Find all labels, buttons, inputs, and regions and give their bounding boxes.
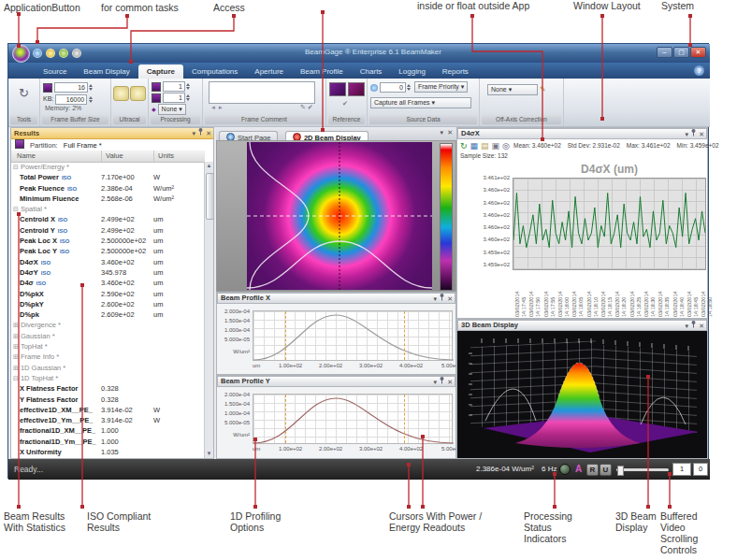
table-row[interactable]: Minimum Fluence 2.568e-06 W/um² bbox=[11, 194, 205, 204]
table-row[interactable]: Centroid YISO 2.499e+02 um bbox=[11, 225, 205, 236]
toolbar-icon-2[interactable] bbox=[46, 49, 55, 58]
summing-stepper[interactable] bbox=[185, 92, 192, 104]
tab-charts[interactable]: Charts bbox=[352, 65, 391, 79]
frames-input[interactable]: 16 bbox=[54, 82, 88, 93]
minimize-button[interactable]: – bbox=[657, 47, 672, 58]
profile-y-plot[interactable] bbox=[253, 394, 453, 444]
column-units[interactable]: Units bbox=[153, 151, 174, 162]
group-label-frame-buffer[interactable]: Frame Buffer Size bbox=[42, 115, 108, 124]
beam-profile-y-header[interactable]: Beam Profile Y ▾ ✕ bbox=[217, 376, 455, 387]
close-button[interactable]: ✕ bbox=[690, 47, 706, 58]
group-label-processing[interactable]: Processing bbox=[151, 115, 200, 124]
profile-x-plot[interactable] bbox=[253, 310, 453, 361]
3d-beam-render[interactable] bbox=[457, 331, 707, 458]
indicator-r[interactable]: R bbox=[586, 464, 599, 476]
table-row[interactable]: D4σYISO 345.978 um bbox=[11, 267, 205, 278]
table-row[interactable]: effective1D_XM__PE_ 3.914e-02 W bbox=[11, 405, 205, 415]
results-section-collapsed[interactable]: ⊞Divergence * bbox=[11, 320, 205, 330]
scroll-down-icon[interactable]: ▼ bbox=[205, 450, 213, 458]
edit-comment-icon[interactable]: ✎ bbox=[300, 104, 306, 110]
tab-computations[interactable]: Computations bbox=[183, 65, 246, 79]
application-button[interactable] bbox=[12, 45, 30, 63]
cursor-line-right[interactable] bbox=[404, 395, 405, 443]
tab-source[interactable]: Source bbox=[35, 65, 75, 79]
scroll-up-icon[interactable]: ▲ bbox=[205, 162, 213, 170]
group-label-source-data[interactable]: Source Data bbox=[369, 115, 477, 124]
column-name[interactable]: Name bbox=[17, 151, 36, 162]
beam-profile-x-header[interactable]: Beam Profile X ▾ ✕ bbox=[217, 293, 455, 304]
frame-number-stepper[interactable]: 1 bbox=[672, 463, 691, 476]
print-icon[interactable]: ▣ bbox=[492, 141, 500, 151]
reference-thumb-icon[interactable] bbox=[329, 82, 346, 96]
chevron-down-icon[interactable]: ▾ bbox=[434, 294, 438, 304]
magnifier-icon[interactable]: ◎ bbox=[502, 141, 510, 151]
color-scale-bar[interactable] bbox=[440, 143, 453, 291]
pin-icon[interactable] bbox=[440, 377, 444, 384]
d4-trend-plot[interactable] bbox=[513, 178, 706, 270]
help-icon[interactable]: ? bbox=[694, 65, 704, 76]
tab-beam-display[interactable]: Beam Display bbox=[75, 65, 137, 79]
pin-icon[interactable] bbox=[198, 128, 203, 136]
frame-priority-dropdown[interactable]: Frame Priority ▾ bbox=[414, 81, 468, 93]
frame-offset-stepper[interactable]: 0 bbox=[693, 463, 708, 476]
close-icon[interactable]: ✕ bbox=[206, 128, 211, 138]
table-row[interactable]: D%pkY 2.600e+02 um bbox=[11, 299, 205, 309]
table-row[interactable]: Peak FluenceISO 2.386e-04 W/um² bbox=[11, 183, 205, 194]
group-label-reference[interactable]: Reference bbox=[328, 115, 365, 124]
table-row[interactable]: D4σXISO 3.460e+02 um bbox=[11, 257, 205, 267]
table-row[interactable]: X Flatness Factor 0.328 bbox=[11, 383, 205, 394]
summing-input[interactable]: 1 bbox=[163, 93, 185, 103]
indicator-u[interactable]: U bbox=[600, 464, 612, 476]
table-row[interactable]: fractional1D_XM__PE_ 1.000 bbox=[11, 425, 205, 436]
collapse-icon[interactable]: ⊟ bbox=[13, 206, 19, 212]
cursor-line-left[interactable] bbox=[285, 395, 286, 443]
d4sigma-x-header[interactable]: D4σX ▾ ✕ bbox=[457, 128, 707, 139]
pin-icon[interactable] bbox=[691, 321, 696, 328]
cursor-line-right[interactable] bbox=[404, 311, 405, 360]
frame-count-stepper[interactable] bbox=[406, 81, 412, 93]
frame-scroll-slider[interactable] bbox=[616, 468, 669, 471]
partition-selector[interactable]: Partition: Full Frame * bbox=[11, 139, 213, 151]
prev-frame-icon[interactable]: ◄ bbox=[210, 105, 216, 110]
reference-curve-icon[interactable] bbox=[348, 82, 365, 96]
close-icon[interactable]: ✕ bbox=[447, 377, 453, 387]
cursor-line-left[interactable] bbox=[285, 311, 286, 360]
tab-beam-profile[interactable]: Beam Profile bbox=[292, 65, 352, 79]
toolbar-icon-1[interactable] bbox=[33, 49, 42, 58]
capture-mode-dropdown[interactable]: Capture all Frames ▾ bbox=[370, 97, 471, 108]
off-axis-edit-icon[interactable]: ✎ bbox=[540, 85, 546, 93]
chart-icon[interactable]: ▦ bbox=[470, 141, 479, 151]
group-label-tools[interactable]: Tools bbox=[10, 115, 37, 124]
beam-image[interactable] bbox=[247, 142, 432, 290]
pin-icon[interactable] bbox=[691, 129, 696, 136]
kb-input[interactable]: 16000 bbox=[55, 94, 87, 105]
grid-icon[interactable]: ▤ bbox=[481, 141, 489, 151]
column-value[interactable]: Value bbox=[101, 151, 123, 162]
autox-icon[interactable] bbox=[130, 86, 146, 101]
reference-check-icon[interactable]: ✔ bbox=[342, 100, 348, 108]
results-section-collapsed[interactable]: ⊞1D Gaussian * bbox=[11, 363, 205, 373]
table-row[interactable]: D4σISO 3.460e+02 um bbox=[11, 278, 205, 288]
maximize-button[interactable]: ▢ bbox=[673, 47, 689, 58]
scrollbar-thumb[interactable] bbox=[206, 173, 214, 220]
table-row[interactable]: Peak Loc XISO 2.500000e+02 um bbox=[11, 236, 205, 246]
table-row[interactable]: Peak Loc YISO 2.500000e+02 um bbox=[11, 246, 205, 256]
chevron-down-icon[interactable]: ▾ bbox=[441, 129, 444, 136]
close-icon[interactable]: ✕ bbox=[699, 129, 704, 139]
table-row[interactable]: fractional1D_Ym__PE_ 1.000 bbox=[11, 437, 205, 447]
toolbar-icon-4[interactable] bbox=[72, 49, 81, 58]
tools-icon[interactable]: ↻ bbox=[19, 86, 29, 100]
results-section-collapsed[interactable]: ⊞Frame Info * bbox=[11, 352, 205, 362]
tab-aperture[interactable]: Aperture bbox=[246, 65, 292, 79]
chevron-down-icon[interactable]: ▾ bbox=[686, 129, 689, 139]
ultracal-icon[interactable] bbox=[113, 86, 129, 101]
results-section-power[interactable]: ⊟Power/Energy * bbox=[11, 162, 205, 172]
frame-count-input[interactable]: 0 bbox=[380, 82, 406, 93]
apply-comment-icon[interactable]: ✔ bbox=[308, 104, 313, 110]
results-section-collapsed[interactable]: ⊞TopHat * bbox=[11, 341, 205, 352]
2d-beam-display[interactable] bbox=[216, 140, 456, 292]
table-row[interactable]: Total PowerISO 7.170e+00 W bbox=[11, 172, 205, 182]
next-frame-icon[interactable]: ► bbox=[218, 105, 224, 110]
tab-logging[interactable]: Logging bbox=[390, 65, 433, 79]
table-row[interactable]: Centroid XISO 2.499e+02 um bbox=[11, 214, 205, 224]
